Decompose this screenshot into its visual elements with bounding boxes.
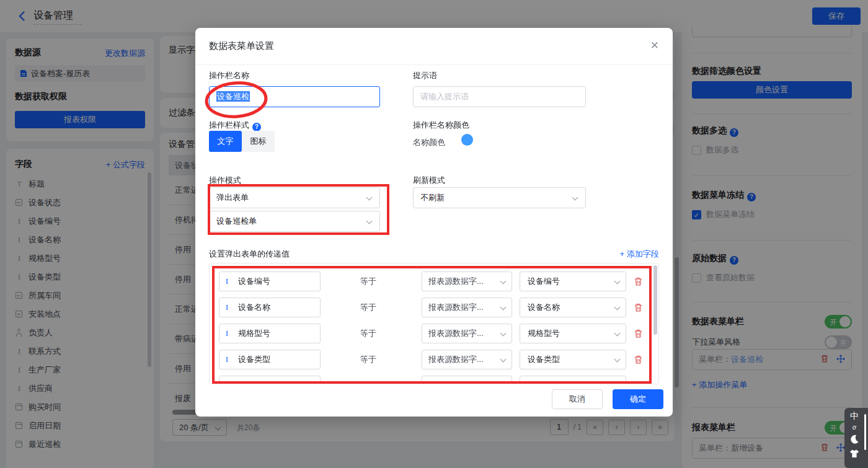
delete-icon[interactable] <box>634 381 643 384</box>
text-field-icon: I <box>226 272 228 291</box>
field-name-input[interactable]: I <box>219 376 321 384</box>
chevron-down-icon <box>614 278 621 285</box>
selected-text: 设备巡检 <box>216 91 250 102</box>
target-select[interactable]: 设备名称 <box>520 298 626 317</box>
chevron-down-icon <box>500 356 507 363</box>
tab-icon[interactable]: 图标 <box>242 131 275 152</box>
refresh-mode-select[interactable]: 不刷新 <box>413 187 586 208</box>
chevron-down-icon <box>614 382 621 384</box>
delete-icon[interactable] <box>634 355 643 367</box>
widget-scrollbar[interactable] <box>864 414 866 450</box>
chevron-down-icon <box>614 330 621 337</box>
field-name-input[interactable]: I设备名称 <box>219 298 321 317</box>
operator-label: 等于 <box>360 298 376 317</box>
text-field-icon: I <box>226 350 228 369</box>
tab-text[interactable]: 文字 <box>209 131 242 152</box>
transfer-row: I规格型号等于报表源数据字...规格型号 <box>210 324 658 343</box>
action-name-input[interactable]: 设备巡检 <box>209 86 380 107</box>
close-icon[interactable]: ✕ <box>650 39 659 52</box>
operator-label: 等于 <box>360 350 376 369</box>
moon-icon[interactable] <box>844 434 864 447</box>
delete-icon[interactable] <box>634 302 643 315</box>
action-name-label: 操作栏名称 <box>209 70 249 81</box>
transfer-row: I等于 <box>210 376 658 384</box>
target-select[interactable]: 规格型号 <box>520 324 626 343</box>
action-mode-select[interactable]: 弹出表单 <box>209 187 380 208</box>
table-menu-settings-dialog: 数据表菜单设置 ✕ 操作栏名称 设备巡检 提示语 请输入提示语 操作栏样式? 文… <box>195 28 673 417</box>
chevron-down-icon <box>572 195 578 201</box>
transfer-row: I设备名称等于报表源数据字...设备名称 <box>210 298 658 317</box>
operator-label: 等于 <box>360 272 376 291</box>
help-icon[interactable]: ? <box>252 123 261 131</box>
target-select[interactable] <box>520 376 626 384</box>
shirt-icon[interactable] <box>844 449 864 461</box>
text-field-icon: I <box>226 298 228 317</box>
chevron-down-icon <box>366 218 373 224</box>
name-color-label: 操作栏名称颜色 <box>413 120 469 131</box>
add-field-link[interactable]: + 添加字段 <box>620 249 659 260</box>
delete-icon[interactable] <box>634 329 643 341</box>
style-segment: 文字 图标 <box>209 131 275 152</box>
field-name-input[interactable]: I设备编号 <box>219 272 321 291</box>
tip-input[interactable]: 请输入提示语 <box>413 86 586 107</box>
source-select[interactable]: 报表源数据字... <box>422 272 512 291</box>
action-style-label: 操作栏样式? <box>209 120 261 131</box>
field-name-input[interactable]: I设备类型 <box>219 350 321 369</box>
delete-icon[interactable] <box>634 276 643 289</box>
chevron-down-icon <box>500 382 507 384</box>
popup-form-select[interactable]: 设备巡检单 <box>209 211 380 232</box>
chevron-down-icon <box>500 330 507 337</box>
floating-toolbar: 中 ơ <box>844 408 868 468</box>
transfer-row: I设备编号等于报表源数据字...设备编号 <box>210 272 658 291</box>
chevron-down-icon <box>500 278 507 285</box>
color-swatch[interactable] <box>461 134 473 146</box>
color-name-label: 名称颜色 <box>413 137 445 148</box>
refresh-mode-label: 刷新模式 <box>413 175 445 186</box>
mini-toggle-icon[interactable]: ơ <box>844 424 864 431</box>
target-select[interactable]: 设备类型 <box>520 350 626 369</box>
chevron-down-icon <box>366 195 373 201</box>
source-select[interactable] <box>422 376 512 384</box>
operator-label: 等于 <box>360 324 376 343</box>
tip-label: 提示语 <box>413 70 437 81</box>
source-select[interactable]: 报表源数据字... <box>422 298 512 317</box>
dialog-title: 数据表菜单设置 <box>209 40 274 52</box>
field-name-input[interactable]: I规格型号 <box>219 324 321 343</box>
chevron-down-icon <box>614 304 621 311</box>
action-mode-label: 操作模式 <box>209 175 241 186</box>
language-icon[interactable]: 中 <box>844 411 864 422</box>
target-select[interactable]: 设备编号 <box>520 272 626 291</box>
transfer-row: I设备类型等于报表源数据字...设备类型 <box>210 350 658 369</box>
cancel-button[interactable]: 取消 <box>552 389 603 409</box>
text-field-icon: I <box>226 324 228 343</box>
operator-label: 等于 <box>360 376 376 384</box>
chevron-down-icon <box>500 304 507 311</box>
text-field-icon: I <box>226 376 228 384</box>
transfer-values-label: 设置弹出表单的传递值 <box>209 249 290 260</box>
source-select[interactable]: 报表源数据字... <box>422 350 512 369</box>
source-select[interactable]: 报表源数据字... <box>422 324 512 343</box>
transfer-value-list: I设备编号等于报表源数据字...设备编号I设备名称等于报表源数据字...设备名称… <box>209 263 659 384</box>
chevron-down-icon <box>614 356 621 363</box>
confirm-button[interactable]: 确定 <box>613 389 663 409</box>
